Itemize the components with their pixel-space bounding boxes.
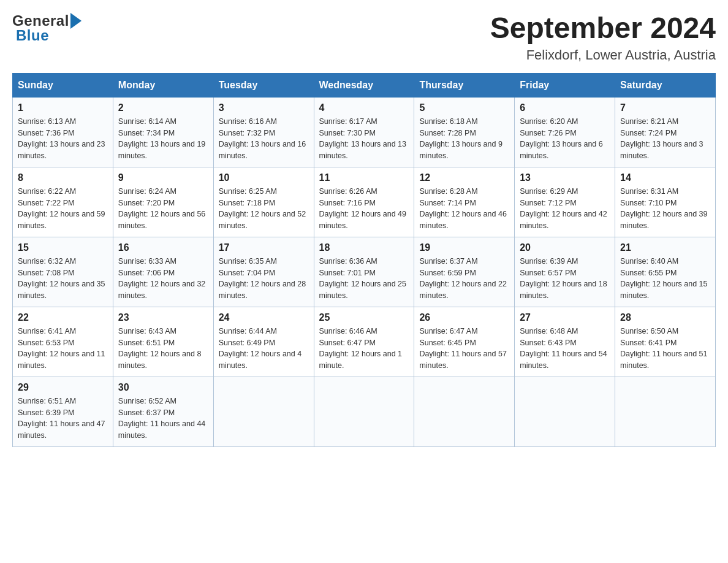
day-info: Sunrise: 6:32 AMSunset: 7:08 PMDaylight:… [18,256,108,302]
calendar-cell: 10Sunrise: 6:25 AMSunset: 7:18 PMDayligh… [213,167,314,237]
calendar-cell: 15Sunrise: 6:32 AMSunset: 7:08 PMDayligh… [13,237,113,307]
calendar-cell: 26Sunrise: 6:47 AMSunset: 6:45 PMDayligh… [414,307,515,377]
calendar-cell: 24Sunrise: 6:44 AMSunset: 6:49 PMDayligh… [213,307,314,377]
calendar-cell: 25Sunrise: 6:46 AMSunset: 6:47 PMDayligh… [314,307,414,377]
day-info: Sunrise: 6:28 AMSunset: 7:14 PMDaylight:… [419,186,509,232]
day-number: 22 [18,312,108,323]
day-info: Sunrise: 6:40 AMSunset: 6:55 PMDaylight:… [620,256,710,302]
calendar-cell: 19Sunrise: 6:37 AMSunset: 6:59 PMDayligh… [414,237,515,307]
calendar-week-row: 22Sunrise: 6:41 AMSunset: 6:53 PMDayligh… [13,307,716,377]
day-info: Sunrise: 6:43 AMSunset: 6:51 PMDaylight:… [118,326,208,372]
day-number: 16 [118,242,208,253]
day-info: Sunrise: 6:31 AMSunset: 7:10 PMDaylight:… [620,186,710,232]
day-number: 4 [319,102,409,113]
calendar-cell: 7Sunrise: 6:21 AMSunset: 7:24 PMDaylight… [615,97,716,167]
day-info: Sunrise: 6:13 AMSunset: 7:36 PMDaylight:… [18,116,108,162]
calendar-cell: 22Sunrise: 6:41 AMSunset: 6:53 PMDayligh… [13,307,113,377]
calendar-header-row: SundayMondayTuesdayWednesdayThursdayFrid… [13,73,716,97]
day-info: Sunrise: 6:25 AMSunset: 7:18 PMDaylight:… [219,186,309,232]
day-number: 11 [319,172,409,183]
day-number: 18 [319,242,409,253]
day-number: 17 [219,242,309,253]
calendar-cell: 23Sunrise: 6:43 AMSunset: 6:51 PMDayligh… [113,307,213,377]
calendar-cell: 3Sunrise: 6:16 AMSunset: 7:32 PMDaylight… [213,97,314,167]
day-info: Sunrise: 6:48 AMSunset: 6:43 PMDaylight:… [520,326,610,372]
calendar-cell: 4Sunrise: 6:17 AMSunset: 7:30 PMDaylight… [314,97,414,167]
day-info: Sunrise: 6:24 AMSunset: 7:20 PMDaylight:… [118,186,208,232]
day-number: 7 [620,102,710,113]
day-info: Sunrise: 6:36 AMSunset: 7:01 PMDaylight:… [319,256,409,302]
calendar-cell: 8Sunrise: 6:22 AMSunset: 7:22 PMDaylight… [13,167,113,237]
day-info: Sunrise: 6:50 AMSunset: 6:41 PMDaylight:… [620,326,710,372]
day-number: 14 [620,172,710,183]
calendar-subtitle: Felixdorf, Lower Austria, Austria [490,47,716,63]
day-info: Sunrise: 6:41 AMSunset: 6:53 PMDaylight:… [18,326,108,372]
calendar-cell [213,377,314,446]
day-number: 24 [219,312,309,323]
calendar-cell [615,377,716,446]
calendar-week-row: 1Sunrise: 6:13 AMSunset: 7:36 PMDaylight… [13,97,716,167]
header-wednesday: Wednesday [314,73,414,97]
day-info: Sunrise: 6:46 AMSunset: 6:47 PMDaylight:… [319,326,409,372]
day-number: 5 [419,102,509,113]
header-saturday: Saturday [615,73,716,97]
day-number: 8 [18,172,108,183]
day-number: 10 [219,172,309,183]
day-number: 12 [419,172,509,183]
header-friday: Friday [515,73,615,97]
calendar-cell: 14Sunrise: 6:31 AMSunset: 7:10 PMDayligh… [615,167,716,237]
calendar-cell: 28Sunrise: 6:50 AMSunset: 6:41 PMDayligh… [615,307,716,377]
calendar-cell [414,377,515,446]
calendar-table: SundayMondayTuesdayWednesdayThursdayFrid… [12,73,716,447]
day-number: 20 [520,242,610,253]
day-number: 9 [118,172,208,183]
calendar-cell: 27Sunrise: 6:48 AMSunset: 6:43 PMDayligh… [515,307,615,377]
calendar-cell: 20Sunrise: 6:39 AMSunset: 6:57 PMDayligh… [515,237,615,307]
calendar-title: September 2024 [490,12,716,45]
day-number: 29 [18,382,108,393]
day-number: 6 [520,102,610,113]
day-number: 1 [18,102,108,113]
calendar-cell: 30Sunrise: 6:52 AMSunset: 6:37 PMDayligh… [113,377,213,446]
calendar-cell [515,377,615,446]
calendar-cell: 12Sunrise: 6:28 AMSunset: 7:14 PMDayligh… [414,167,515,237]
day-info: Sunrise: 6:52 AMSunset: 6:37 PMDaylight:… [118,396,208,442]
calendar-week-row: 15Sunrise: 6:32 AMSunset: 7:08 PMDayligh… [13,237,716,307]
header-monday: Monday [113,73,213,97]
day-info: Sunrise: 6:18 AMSunset: 7:28 PMDaylight:… [419,116,509,162]
day-info: Sunrise: 6:39 AMSunset: 6:57 PMDaylight:… [520,256,610,302]
calendar-cell: 16Sunrise: 6:33 AMSunset: 7:06 PMDayligh… [113,237,213,307]
calendar-cell: 18Sunrise: 6:36 AMSunset: 7:01 PMDayligh… [314,237,414,307]
calendar-cell: 6Sunrise: 6:20 AMSunset: 7:26 PMDaylight… [515,97,615,167]
day-info: Sunrise: 6:14 AMSunset: 7:34 PMDaylight:… [118,116,208,162]
calendar-week-row: 29Sunrise: 6:51 AMSunset: 6:39 PMDayligh… [13,377,716,446]
day-info: Sunrise: 6:22 AMSunset: 7:22 PMDaylight:… [18,186,108,232]
day-number: 19 [419,242,509,253]
calendar-cell: 1Sunrise: 6:13 AMSunset: 7:36 PMDaylight… [13,97,113,167]
day-info: Sunrise: 6:33 AMSunset: 7:06 PMDaylight:… [118,256,208,302]
day-info: Sunrise: 6:20 AMSunset: 7:26 PMDaylight:… [520,116,610,162]
day-number: 13 [520,172,610,183]
calendar-cell: 17Sunrise: 6:35 AMSunset: 7:04 PMDayligh… [213,237,314,307]
calendar-cell: 5Sunrise: 6:18 AMSunset: 7:28 PMDaylight… [414,97,515,167]
day-number: 28 [620,312,710,323]
day-info: Sunrise: 6:51 AMSunset: 6:39 PMDaylight:… [18,396,108,442]
day-info: Sunrise: 6:21 AMSunset: 7:24 PMDaylight:… [620,116,710,162]
day-number: 30 [118,382,208,393]
day-number: 26 [419,312,509,323]
day-info: Sunrise: 6:44 AMSunset: 6:49 PMDaylight:… [219,326,309,372]
calendar-cell: 9Sunrise: 6:24 AMSunset: 7:20 PMDaylight… [113,167,213,237]
day-info: Sunrise: 6:35 AMSunset: 7:04 PMDaylight:… [219,256,309,302]
calendar-cell: 2Sunrise: 6:14 AMSunset: 7:34 PMDaylight… [113,97,213,167]
calendar-cell: 21Sunrise: 6:40 AMSunset: 6:55 PMDayligh… [615,237,716,307]
logo: General Blue [12,12,82,44]
header-thursday: Thursday [414,73,515,97]
calendar-cell [314,377,414,446]
day-info: Sunrise: 6:17 AMSunset: 7:30 PMDaylight:… [319,116,409,162]
calendar-cell: 29Sunrise: 6:51 AMSunset: 6:39 PMDayligh… [13,377,113,446]
day-number: 25 [319,312,409,323]
logo-blue-text: Blue [16,27,49,44]
day-info: Sunrise: 6:26 AMSunset: 7:16 PMDaylight:… [319,186,409,232]
day-info: Sunrise: 6:37 AMSunset: 6:59 PMDaylight:… [419,256,509,302]
header-sunday: Sunday [13,73,113,97]
